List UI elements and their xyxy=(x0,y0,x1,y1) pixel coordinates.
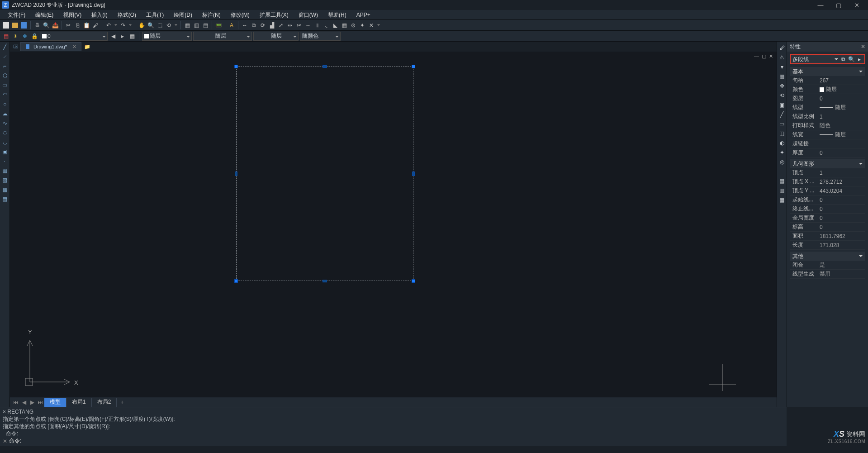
ellipse-icon[interactable]: ⬭ xyxy=(1,129,9,137)
grip-mid-top[interactable] xyxy=(323,65,327,68)
grip-mid-right[interactable] xyxy=(412,172,415,176)
undo-icon[interactable]: ↶ xyxy=(104,21,113,29)
pan-icon[interactable]: ✋ xyxy=(138,21,146,29)
property-row[interactable]: 超链接 xyxy=(790,139,865,148)
properties-icon[interactable]: ▦ xyxy=(183,21,191,29)
view-max-icon[interactable]: ▢ xyxy=(762,53,766,59)
zoom-realtime-icon[interactable]: 🔍 xyxy=(147,21,155,29)
modify-scale-icon[interactable]: ⤢ xyxy=(277,21,285,29)
section-other-header[interactable]: 其他 xyxy=(790,252,865,261)
plotstyle-combo[interactable]: 随颜色 xyxy=(300,32,341,41)
menu-format[interactable]: 格式(O) xyxy=(113,10,141,20)
hatch-icon[interactable]: ▦ xyxy=(1,167,9,175)
tool-k-icon[interactable]: ◐ xyxy=(778,139,786,147)
modify-array-icon[interactable]: ▦ xyxy=(340,21,348,29)
menu-file[interactable]: 文件(F) xyxy=(3,10,30,20)
tab-layout2[interactable]: 布局2 xyxy=(92,398,117,407)
zoom-previous-icon[interactable]: ⟲ xyxy=(165,21,173,29)
redo-icon[interactable]: ↷ xyxy=(119,21,127,29)
property-row[interactable]: 顶点 X ...278.2712 xyxy=(790,177,865,186)
menu-dimension[interactable]: 标注(N) xyxy=(197,10,226,20)
property-row[interactable]: 顶点 Y ...443.0204 xyxy=(790,186,865,196)
tool-a-icon[interactable]: 🖉 xyxy=(778,44,786,52)
calc-icon[interactable]: 📟 xyxy=(214,21,223,29)
command-clear-icon[interactable]: ✕ xyxy=(3,438,7,444)
layer-freeze-icon[interactable]: ❄ xyxy=(21,32,29,40)
menu-extend[interactable]: 扩展工具(X) xyxy=(255,10,294,20)
block-icon[interactable]: ▣ xyxy=(1,148,9,156)
property-row[interactable]: 厚度0 xyxy=(790,148,865,157)
tab-nav-last-icon[interactable]: ⏭ xyxy=(36,398,44,406)
property-row[interactable]: 线型生成禁用 xyxy=(790,270,865,279)
grip-mid-bottom[interactable] xyxy=(323,280,327,282)
grip-bottom-left[interactable] xyxy=(234,279,238,283)
property-row[interactable]: 线型随层 xyxy=(790,103,865,112)
copy-icon[interactable]: ⎘ xyxy=(73,21,81,29)
menu-draw[interactable]: 绘图(D) xyxy=(169,10,197,20)
tool-j-icon[interactable]: ◫ xyxy=(778,130,786,137)
modify-explode-icon[interactable]: ✦ xyxy=(358,21,366,29)
grip-bottom-right[interactable] xyxy=(412,279,415,283)
region-icon[interactable]: ▩ xyxy=(1,186,9,194)
view-close-icon[interactable]: ✕ xyxy=(769,53,773,59)
tool-palettes-icon[interactable]: ▤ xyxy=(201,21,209,29)
doc-tab-close-icon[interactable]: ✕ xyxy=(72,44,76,50)
modify-erase-icon[interactable]: ✕ xyxy=(367,21,375,29)
selected-rectangle[interactable] xyxy=(236,67,413,281)
zoom-window-icon[interactable]: ⬚ xyxy=(156,21,164,29)
tool-b-icon[interactable]: ⚠ xyxy=(778,54,786,61)
text-style-icon[interactable]: A xyxy=(228,21,236,29)
tool-d-icon[interactable]: ▦ xyxy=(778,73,786,80)
section-geometry-header[interactable]: 几何图形 xyxy=(790,159,865,168)
layer-states-icon[interactable]: ▦ xyxy=(128,32,136,40)
print-preview-icon[interactable]: 🔍 xyxy=(42,21,50,29)
arc-icon[interactable]: ◠ xyxy=(1,91,9,99)
layer-on-icon[interactable]: ☀ xyxy=(11,32,19,40)
modify-dropdown[interactable] xyxy=(376,21,381,29)
property-row[interactable]: 图层0 xyxy=(790,94,865,103)
tool-c-icon[interactable]: ▾ xyxy=(778,63,786,71)
redo-dropdown[interactable] xyxy=(128,21,133,29)
property-row[interactable]: 闭合是 xyxy=(790,261,865,270)
polyline-icon[interactable]: ⌐ xyxy=(1,62,9,70)
layer-manager-icon[interactable]: ▤ xyxy=(2,32,10,40)
layer-prev-icon[interactable]: ◀ xyxy=(109,32,117,40)
tab-nav-first-icon[interactable]: ⏮ xyxy=(12,398,20,406)
property-row[interactable]: 全局宽度0 xyxy=(790,214,865,223)
property-row[interactable]: 顶点1 xyxy=(790,168,865,177)
view-min-icon[interactable]: — xyxy=(754,53,759,59)
properties-selection-combo[interactable]: 多段线 ⧉ 🔍 ▸ xyxy=(790,54,865,64)
tool-f-icon[interactable]: ⟲ xyxy=(778,92,786,99)
tab-model[interactable]: 模型 xyxy=(44,398,66,407)
modify-move-icon[interactable]: ↔ xyxy=(241,21,249,29)
save-file-icon[interactable] xyxy=(20,21,28,29)
property-row[interactable]: 句柄267 xyxy=(790,76,865,85)
property-row[interactable]: 长度171.028 xyxy=(790,241,865,250)
tab-nav-prev-icon[interactable]: ◀ xyxy=(20,398,28,406)
menu-tools[interactable]: 工具(T) xyxy=(141,10,169,20)
tool-e-icon[interactable]: ✥ xyxy=(778,82,786,90)
tool-h-icon[interactable]: ╱ xyxy=(778,111,786,118)
grip-top-left[interactable] xyxy=(234,65,238,68)
modify-chamfer-icon[interactable]: ◣ xyxy=(331,21,339,29)
layer-make-current-icon[interactable]: ▸ xyxy=(119,32,127,40)
menu-edit[interactable]: 编辑(E) xyxy=(30,10,58,20)
menu-view[interactable]: 视图(V) xyxy=(58,10,86,20)
table-icon[interactable]: ▤ xyxy=(1,195,9,203)
menu-help[interactable]: 帮助(H) xyxy=(323,10,351,20)
modify-extend-icon[interactable]: → xyxy=(304,21,312,29)
maximize-button[interactable]: ▢ xyxy=(835,2,843,9)
modify-stretch-icon[interactable]: ⇔ xyxy=(286,21,294,29)
menu-app[interactable]: APP+ xyxy=(351,10,375,20)
tab-layout1[interactable]: 布局1 xyxy=(66,398,92,407)
minimize-button[interactable]: — xyxy=(816,2,825,9)
modify-break-icon[interactable]: ⊘ xyxy=(349,21,357,29)
cut-icon[interactable]: ✂ xyxy=(64,21,72,29)
modify-offset-icon[interactable]: ⫴ xyxy=(313,21,321,29)
paste-icon[interactable]: 📋 xyxy=(82,21,90,29)
modify-trim-icon[interactable]: ✂ xyxy=(295,21,303,29)
ellipse-arc-icon[interactable]: ◡ xyxy=(1,138,9,146)
doc-tab-open-icon[interactable]: 📁 xyxy=(81,42,93,51)
tool-l-icon[interactable]: ✦ xyxy=(778,149,786,156)
grip-mid-left[interactable] xyxy=(235,172,237,176)
